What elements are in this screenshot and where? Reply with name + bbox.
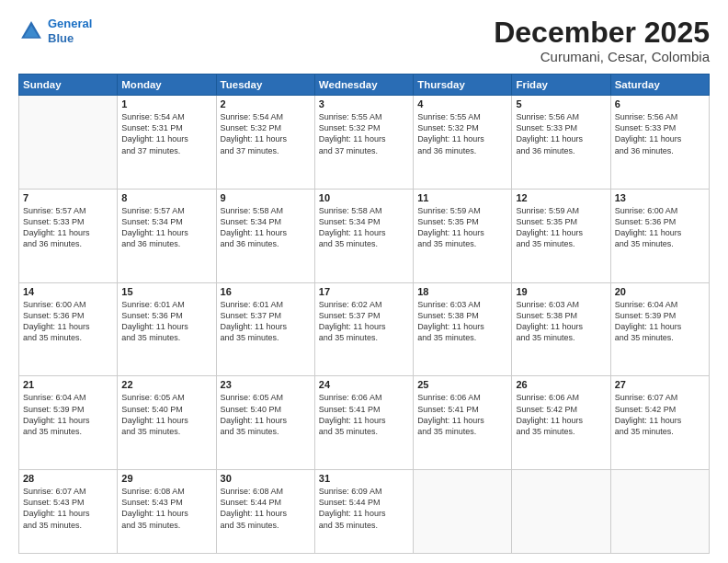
day-info: Sunrise: 6:05 AM Sunset: 5:40 PM Dayligh… <box>121 392 211 437</box>
day-number: 12 <box>516 192 606 203</box>
week-row-2: 7Sunrise: 5:57 AM Sunset: 5:33 PM Daylig… <box>19 189 710 282</box>
calendar-cell: 5Sunrise: 5:56 AM Sunset: 5:33 PM Daylig… <box>512 96 610 190</box>
day-number: 22 <box>121 379 211 390</box>
day-info: Sunrise: 5:54 AM Sunset: 5:31 PM Dayligh… <box>121 111 211 156</box>
day-number: 5 <box>516 98 606 109</box>
calendar-cell: 4Sunrise: 5:55 AM Sunset: 5:32 PM Daylig… <box>414 96 512 190</box>
day-number: 17 <box>319 286 409 297</box>
calendar-cell: 11Sunrise: 5:59 AM Sunset: 5:35 PM Dayli… <box>414 189 512 282</box>
calendar-cell: 16Sunrise: 6:01 AM Sunset: 5:37 PM Dayli… <box>216 282 314 376</box>
calendar-cell: 17Sunrise: 6:02 AM Sunset: 5:37 PM Dayli… <box>314 282 413 376</box>
day-number: 2 <box>221 98 311 109</box>
day-info: Sunrise: 5:58 AM Sunset: 5:34 PM Dayligh… <box>319 205 409 250</box>
header-day-saturday: Saturday <box>610 75 709 96</box>
week-row-4: 21Sunrise: 6:04 AM Sunset: 5:39 PM Dayli… <box>19 376 710 470</box>
logo-line2: Blue <box>48 31 74 45</box>
calendar-cell: 15Sunrise: 6:01 AM Sunset: 5:36 PM Dayli… <box>118 282 216 376</box>
day-number: 21 <box>23 379 113 390</box>
day-info: Sunrise: 6:03 AM Sunset: 5:38 PM Dayligh… <box>516 299 606 344</box>
day-number: 30 <box>221 473 311 484</box>
header-day-sunday: Sunday <box>19 75 118 96</box>
day-number: 7 <box>23 192 113 203</box>
main-title: December 2025 <box>494 17 710 49</box>
day-info: Sunrise: 6:00 AM Sunset: 5:36 PM Dayligh… <box>23 299 113 344</box>
header-day-friday: Friday <box>512 75 610 96</box>
week-row-3: 14Sunrise: 6:00 AM Sunset: 5:36 PM Dayli… <box>19 282 710 376</box>
calendar-cell: 18Sunrise: 6:03 AM Sunset: 5:38 PM Dayli… <box>414 282 512 376</box>
day-number: 13 <box>615 192 705 203</box>
page: General Blue December 2025 Curumani, Ces… <box>0 0 728 563</box>
calendar-cell: 9Sunrise: 5:58 AM Sunset: 5:34 PM Daylig… <box>216 189 314 282</box>
day-number: 11 <box>417 192 507 203</box>
day-number: 26 <box>516 379 606 390</box>
day-info: Sunrise: 5:54 AM Sunset: 5:32 PM Dayligh… <box>221 111 311 156</box>
calendar-cell: 3Sunrise: 5:55 AM Sunset: 5:32 PM Daylig… <box>314 96 413 190</box>
day-info: Sunrise: 5:57 AM Sunset: 5:34 PM Dayligh… <box>121 205 211 250</box>
day-info: Sunrise: 5:58 AM Sunset: 5:34 PM Dayligh… <box>221 205 311 250</box>
day-number: 24 <box>319 379 409 390</box>
day-number: 8 <box>121 192 211 203</box>
header: General Blue December 2025 Curumani, Ces… <box>18 17 710 64</box>
calendar-cell: 6Sunrise: 5:56 AM Sunset: 5:33 PM Daylig… <box>610 96 709 190</box>
title-block: December 2025 Curumani, Cesar, Colombia <box>494 17 710 64</box>
day-number: 14 <box>23 286 113 297</box>
day-info: Sunrise: 5:55 AM Sunset: 5:32 PM Dayligh… <box>319 111 409 156</box>
week-row-1: 1Sunrise: 5:54 AM Sunset: 5:31 PM Daylig… <box>19 96 710 190</box>
subtitle: Curumani, Cesar, Colombia <box>494 49 710 64</box>
calendar-cell: 10Sunrise: 5:58 AM Sunset: 5:34 PM Dayli… <box>314 189 413 282</box>
day-info: Sunrise: 6:06 AM Sunset: 5:42 PM Dayligh… <box>516 392 606 437</box>
day-number: 10 <box>319 192 409 203</box>
day-number: 9 <box>221 192 311 203</box>
calendar-cell: 7Sunrise: 5:57 AM Sunset: 5:33 PM Daylig… <box>19 189 118 282</box>
calendar-cell: 27Sunrise: 6:07 AM Sunset: 5:42 PM Dayli… <box>610 376 709 470</box>
calendar-cell: 20Sunrise: 6:04 AM Sunset: 5:39 PM Dayli… <box>610 282 709 376</box>
day-info: Sunrise: 6:08 AM Sunset: 5:44 PM Dayligh… <box>221 486 311 531</box>
day-number: 20 <box>615 286 705 297</box>
day-number: 16 <box>221 286 311 297</box>
calendar-header-row: SundayMondayTuesdayWednesdayThursdayFrid… <box>19 75 710 96</box>
day-info: Sunrise: 6:01 AM Sunset: 5:36 PM Dayligh… <box>121 299 211 344</box>
day-info: Sunrise: 6:04 AM Sunset: 5:39 PM Dayligh… <box>615 299 705 344</box>
calendar-cell: 23Sunrise: 6:05 AM Sunset: 5:40 PM Dayli… <box>216 376 314 470</box>
day-info: Sunrise: 6:03 AM Sunset: 5:38 PM Dayligh… <box>417 299 507 344</box>
day-info: Sunrise: 6:06 AM Sunset: 5:41 PM Dayligh… <box>417 392 507 437</box>
day-info: Sunrise: 6:07 AM Sunset: 5:42 PM Dayligh… <box>615 392 705 437</box>
calendar-cell: 21Sunrise: 6:04 AM Sunset: 5:39 PM Dayli… <box>19 376 118 470</box>
logo: General Blue <box>18 17 92 45</box>
logo-text: General Blue <box>48 17 92 45</box>
day-number: 29 <box>121 473 211 484</box>
calendar-cell: 19Sunrise: 6:03 AM Sunset: 5:38 PM Dayli… <box>512 282 610 376</box>
day-number: 18 <box>417 286 507 297</box>
calendar-cell: 31Sunrise: 6:09 AM Sunset: 5:44 PM Dayli… <box>314 470 413 554</box>
calendar-cell: 28Sunrise: 6:07 AM Sunset: 5:43 PM Dayli… <box>19 470 118 554</box>
day-number: 23 <box>221 379 311 390</box>
day-number: 31 <box>319 473 409 484</box>
calendar-cell: 30Sunrise: 6:08 AM Sunset: 5:44 PM Dayli… <box>216 470 314 554</box>
calendar-cell: 29Sunrise: 6:08 AM Sunset: 5:43 PM Dayli… <box>118 470 216 554</box>
day-info: Sunrise: 5:57 AM Sunset: 5:33 PM Dayligh… <box>23 205 113 250</box>
day-info: Sunrise: 6:00 AM Sunset: 5:36 PM Dayligh… <box>615 205 705 250</box>
day-info: Sunrise: 6:05 AM Sunset: 5:40 PM Dayligh… <box>221 392 311 437</box>
day-info: Sunrise: 6:07 AM Sunset: 5:43 PM Dayligh… <box>23 486 113 531</box>
day-info: Sunrise: 5:56 AM Sunset: 5:33 PM Dayligh… <box>615 111 705 156</box>
calendar-cell <box>610 470 709 554</box>
calendar-cell <box>19 96 118 190</box>
calendar-cell: 13Sunrise: 6:00 AM Sunset: 5:36 PM Dayli… <box>610 189 709 282</box>
day-info: Sunrise: 6:02 AM Sunset: 5:37 PM Dayligh… <box>319 299 409 344</box>
day-info: Sunrise: 6:09 AM Sunset: 5:44 PM Dayligh… <box>319 486 409 531</box>
calendar-cell: 24Sunrise: 6:06 AM Sunset: 5:41 PM Dayli… <box>314 376 413 470</box>
calendar-cell <box>512 470 610 554</box>
day-number: 6 <box>615 98 705 109</box>
week-row-5: 28Sunrise: 6:07 AM Sunset: 5:43 PM Dayli… <box>19 470 710 554</box>
logo-icon <box>18 18 44 44</box>
day-info: Sunrise: 6:01 AM Sunset: 5:37 PM Dayligh… <box>221 299 311 344</box>
day-number: 25 <box>417 379 507 390</box>
day-info: Sunrise: 5:56 AM Sunset: 5:33 PM Dayligh… <box>516 111 606 156</box>
calendar-cell: 25Sunrise: 6:06 AM Sunset: 5:41 PM Dayli… <box>414 376 512 470</box>
header-day-tuesday: Tuesday <box>216 75 314 96</box>
day-info: Sunrise: 6:06 AM Sunset: 5:41 PM Dayligh… <box>319 392 409 437</box>
header-day-thursday: Thursday <box>414 75 512 96</box>
calendar-cell: 12Sunrise: 5:59 AM Sunset: 5:35 PM Dayli… <box>512 189 610 282</box>
calendar-table: SundayMondayTuesdayWednesdayThursdayFrid… <box>18 74 710 554</box>
day-info: Sunrise: 5:55 AM Sunset: 5:32 PM Dayligh… <box>417 111 507 156</box>
